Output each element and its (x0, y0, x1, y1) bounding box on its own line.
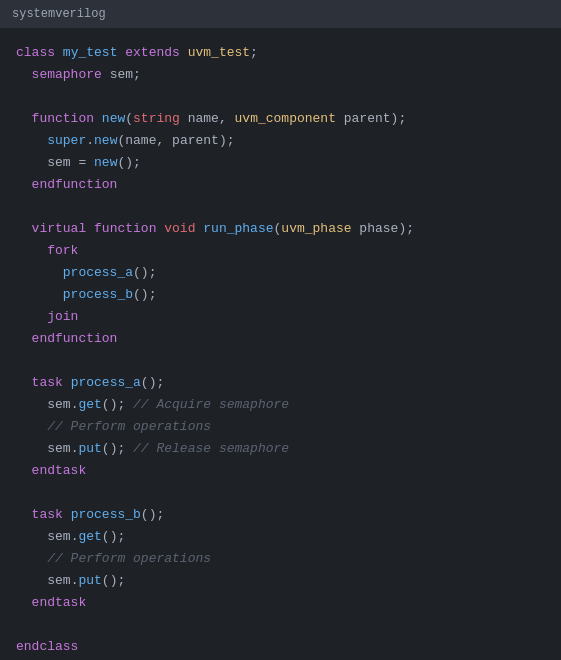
code-line-14: endfunction (0, 328, 561, 350)
code-line-16: task process_a(); (0, 372, 561, 394)
code-line-11: process_a(); (0, 262, 561, 284)
code-line-24: // Perform operations (0, 548, 561, 570)
code-line-9: virtual function void run_phase(uvm_phas… (0, 218, 561, 240)
code-line-1: class my_test extends uvm_test; (0, 42, 561, 64)
code-line-7: endfunction (0, 174, 561, 196)
code-line-18: // Perform operations (0, 416, 561, 438)
code-line-2: semaphore sem; (0, 64, 561, 86)
code-line-15 (0, 350, 561, 372)
code-line-8 (0, 196, 561, 218)
code-line-20: endtask (0, 460, 561, 482)
code-line-23: sem.get(); (0, 526, 561, 548)
code-line-26: endtask (0, 592, 561, 614)
code-line-22: task process_b(); (0, 504, 561, 526)
code-line-10: fork (0, 240, 561, 262)
code-container: class my_test extends uvm_test; semaphor… (0, 28, 561, 660)
code-line-21 (0, 482, 561, 504)
file-type-label: systemverilog (12, 7, 106, 21)
code-line-17: sem.get(); // Acquire semaphore (0, 394, 561, 416)
code-line-3 (0, 86, 561, 108)
code-line-12: process_b(); (0, 284, 561, 306)
code-line-13: join (0, 306, 561, 328)
code-line-27 (0, 614, 561, 636)
code-line-6: sem = new(); (0, 152, 561, 174)
code-line-19: sem.put(); // Release semaphore (0, 438, 561, 460)
title-bar: systemverilog (0, 0, 561, 28)
code-line-4: function new(string name, uvm_component … (0, 108, 561, 130)
code-line-28: endclass (0, 636, 561, 658)
code-line-5: super.new(name, parent); (0, 130, 561, 152)
code-line-25: sem.put(); (0, 570, 561, 592)
